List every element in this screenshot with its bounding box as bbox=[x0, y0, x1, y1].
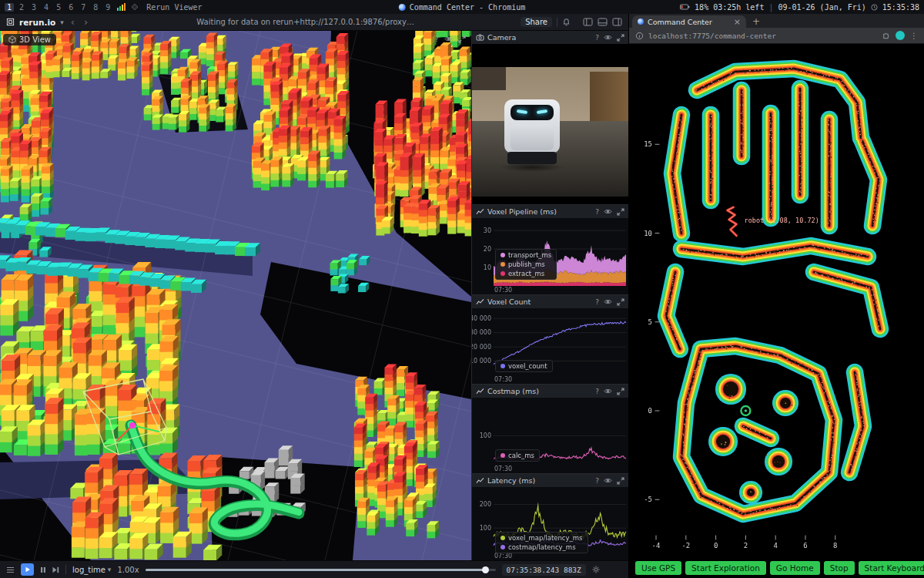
costmap-canvas[interactable] bbox=[629, 44, 924, 560]
chart-icon bbox=[476, 477, 484, 484]
forward-button[interactable]: › bbox=[82, 16, 90, 28]
visibility-icon[interactable] bbox=[604, 34, 612, 41]
extensions-icon[interactable] bbox=[882, 32, 890, 40]
center-window-title: Command Center - Chromium bbox=[399, 3, 526, 12]
visibility-icon[interactable] bbox=[604, 477, 612, 484]
rerun-menu-button[interactable]: rerun.io bbox=[19, 18, 55, 27]
timeline-menu-icon[interactable] bbox=[6, 566, 15, 573]
latency-panel: Latency (ms) ? voxel_map/latency_ms cost… bbox=[472, 474, 628, 563]
costmap-header[interactable]: Costmap (ms) ? bbox=[472, 385, 628, 398]
plot-legend: voxel_map/latency_ms costmap/latency_ms bbox=[495, 532, 588, 553]
help-icon[interactable]: ? bbox=[595, 208, 599, 216]
legend-label: costmap/latency_ms bbox=[508, 543, 576, 551]
workspace-button-9[interactable]: 9 bbox=[103, 3, 112, 12]
voxel-count-header[interactable]: Voxel Count ? bbox=[472, 295, 628, 308]
voxel-pipeline-header[interactable]: Voxel Pipeline (ms) ? bbox=[472, 205, 628, 218]
workspace-button-3[interactable]: 3 bbox=[29, 3, 38, 12]
latency-header[interactable]: Latency (ms) ? bbox=[472, 474, 628, 487]
toggle-right-panel-icon[interactable] bbox=[612, 18, 622, 26]
3d-view-tab[interactable]: 3D View bbox=[3, 34, 56, 45]
robot-base bbox=[507, 152, 557, 164]
timeline-scrubber[interactable] bbox=[146, 569, 496, 571]
start-exploration-button[interactable]: Start Exploration bbox=[685, 561, 766, 575]
camera-panel-header[interactable]: Camera ? bbox=[472, 31, 628, 44]
workspace-button-5[interactable]: 5 bbox=[54, 3, 63, 12]
system-monitor-icon[interactable] bbox=[117, 3, 126, 11]
step-forward-button[interactable] bbox=[52, 566, 59, 573]
system-time: 15:35:38 bbox=[882, 3, 919, 12]
toolbar-separator bbox=[557, 18, 557, 27]
address-bar[interactable]: localhost:7775/command-center bbox=[648, 32, 877, 40]
voxel-pipeline-plot[interactable]: transport_ms publish_ms extract_ms bbox=[472, 218, 628, 294]
chevron-down-icon: ▾ bbox=[60, 18, 64, 26]
use-gps-button[interactable]: Use GPS bbox=[635, 561, 681, 575]
3d-viewport[interactable] bbox=[0, 31, 471, 560]
timeline-settings-icon[interactable] bbox=[592, 566, 600, 573]
workspace-button-4[interactable]: 4 bbox=[42, 3, 51, 12]
maximize-icon[interactable] bbox=[617, 477, 624, 485]
control-buttons: Use GPS Start Exploration Go Home Stop S… bbox=[635, 561, 924, 575]
timeline-name: log_time bbox=[72, 566, 105, 574]
chart-icon bbox=[476, 298, 484, 305]
share-button[interactable]: Share bbox=[521, 17, 552, 27]
voxel-count-plot[interactable]: voxel_count bbox=[472, 308, 628, 384]
camera-icon bbox=[476, 34, 484, 41]
maximize-icon[interactable] bbox=[458, 35, 466, 43]
robot-torso bbox=[511, 124, 554, 150]
plot-legend: voxel_count bbox=[495, 360, 553, 372]
legend-label: voxel_count bbox=[508, 362, 547, 370]
maximize-icon[interactable] bbox=[617, 208, 624, 216]
latency-title: Latency (ms) bbox=[487, 476, 535, 485]
voxel-count-title: Voxel Count bbox=[487, 297, 531, 306]
voxel-pipeline-title: Voxel Pipeline (ms) bbox=[487, 207, 557, 216]
go-home-button[interactable]: Go Home bbox=[770, 561, 820, 575]
rerun-taskbar-icon[interactable] bbox=[131, 3, 139, 11]
notifications-bell-icon[interactable] bbox=[562, 18, 571, 26]
clock-icon bbox=[871, 4, 878, 11]
maximize-icon[interactable] bbox=[617, 388, 624, 395]
workspace-button-7[interactable]: 7 bbox=[79, 3, 88, 12]
workspace-button-1[interactable]: 1 bbox=[5, 3, 14, 12]
timeline-selector[interactable]: log_time▾ bbox=[72, 566, 111, 574]
site-info-icon[interactable] bbox=[635, 32, 644, 40]
workspace-button-2[interactable]: 2 bbox=[17, 3, 26, 12]
playback-speed[interactable]: 1.00x bbox=[117, 566, 139, 574]
stop-button[interactable]: Stop bbox=[824, 561, 855, 575]
visibility-icon[interactable] bbox=[604, 208, 612, 215]
browser-menu-icon[interactable]: ⋮ bbox=[910, 32, 918, 40]
workspace-button-6[interactable]: 6 bbox=[66, 3, 75, 12]
toggle-left-panel-icon[interactable] bbox=[583, 18, 593, 26]
pause-button[interactable] bbox=[40, 566, 46, 573]
profile-avatar[interactable] bbox=[896, 31, 905, 40]
toggle-bottom-panel-icon[interactable] bbox=[598, 18, 608, 26]
help-icon[interactable]: ? bbox=[595, 298, 599, 306]
maximize-icon[interactable] bbox=[617, 298, 624, 306]
help-icon[interactable]: ? bbox=[595, 388, 599, 395]
rerun-logo-icon[interactable] bbox=[6, 18, 15, 26]
tab-command-center[interactable]: Command Center × bbox=[632, 15, 746, 28]
desktop-workspace: rerun.io ▾ ‹ › Waiting for data on rerun… bbox=[0, 14, 924, 578]
tab-title: Command Center bbox=[648, 18, 712, 26]
costmap-plot[interactable]: calc_ms bbox=[472, 398, 628, 473]
new-tab-button[interactable]: + bbox=[746, 15, 766, 28]
back-button[interactable]: ‹ bbox=[69, 16, 77, 28]
play-button[interactable] bbox=[21, 563, 34, 576]
latency-plot[interactable]: voxel_map/latency_ms costmap/latency_ms bbox=[472, 487, 628, 563]
camera-panel-title: Camera bbox=[487, 33, 516, 42]
visibility-icon[interactable] bbox=[604, 298, 612, 305]
voxel-count-panel: Voxel Count ? voxel_count bbox=[472, 295, 628, 385]
chromium-window: Command Center × + localhost:7775/comman… bbox=[628, 14, 924, 578]
help-icon[interactable]: ? bbox=[435, 35, 439, 43]
start-keyboard-control-button[interactable]: Start Keyboard Control bbox=[859, 561, 924, 575]
maximize-icon[interactable] bbox=[617, 34, 624, 42]
visibility-icon[interactable] bbox=[444, 35, 453, 42]
tab-close-icon[interactable]: × bbox=[734, 18, 741, 26]
timeline-playhead[interactable] bbox=[482, 566, 489, 573]
help-icon[interactable]: ? bbox=[595, 477, 599, 485]
workspace-button-8[interactable]: 8 bbox=[91, 3, 100, 12]
visibility-icon[interactable] bbox=[604, 388, 612, 395]
costmap-panel: Costmap (ms) ? calc_ms bbox=[472, 385, 628, 474]
help-icon[interactable]: ? bbox=[595, 34, 599, 42]
rerun-viewer-window: rerun.io ▾ ‹ › Waiting for data on rerun… bbox=[0, 14, 628, 578]
chevron-down-icon: ▾ bbox=[108, 566, 112, 573]
